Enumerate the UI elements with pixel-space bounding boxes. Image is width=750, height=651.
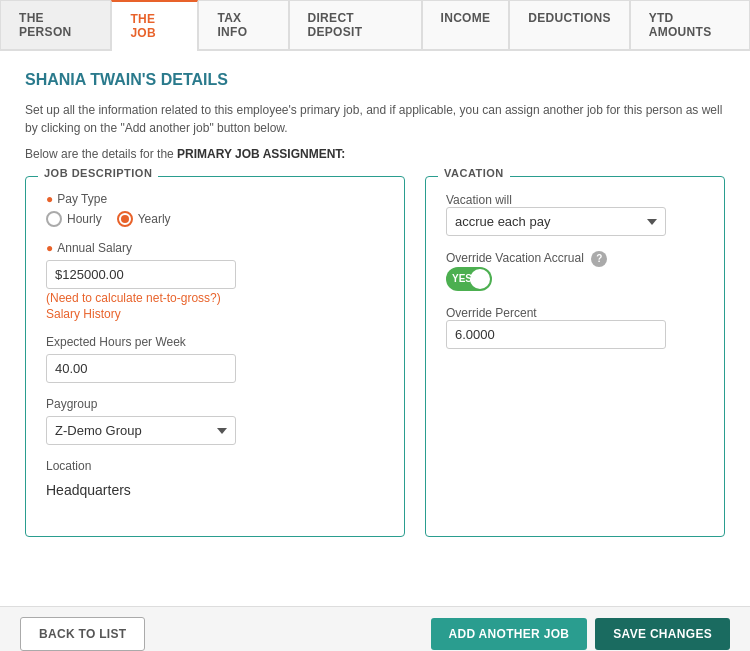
tab-bar: THE PERSON THE JOB TAX INFO DIRECT DEPOS… — [0, 0, 750, 51]
pay-type-label: ●Pay Type — [46, 192, 384, 206]
vacation-will-label: Vacation will — [446, 193, 512, 207]
vacation-panel: VACATION Vacation will accrue each pay n… — [425, 176, 725, 537]
override-percent-input[interactable] — [446, 320, 666, 349]
hours-per-week-input[interactable] — [46, 354, 236, 383]
override-percent-label: Override Percent — [446, 306, 537, 320]
back-to-list-button[interactable]: BACK TO LIST — [20, 617, 145, 651]
radio-hourly-circle[interactable] — [46, 211, 62, 227]
annual-salary-input[interactable] — [46, 260, 236, 289]
job-description-title: JOB DESCRIPTION — [38, 167, 158, 179]
location-label: Location — [46, 459, 384, 473]
help-icon[interactable]: ? — [591, 251, 607, 267]
footer: BACK TO LIST ADD ANOTHER JOB SAVE CHANGE… — [0, 606, 750, 651]
tab-ytd-amounts[interactable]: YTD AMOUNTS — [630, 0, 750, 49]
description-text: Set up all the information related to th… — [25, 101, 725, 137]
paygroup-group: Paygroup Z-Demo Group Default Group — [46, 397, 384, 445]
form-columns: JOB DESCRIPTION ●Pay Type Hourly Yearly — [25, 176, 725, 537]
footer-right-buttons: ADD ANOTHER JOB SAVE CHANGES — [431, 618, 730, 650]
vacation-panel-title: VACATION — [438, 167, 510, 179]
salary-history-link[interactable]: Salary History — [46, 307, 384, 321]
tab-the-job[interactable]: THE JOB — [111, 0, 198, 51]
radio-hourly[interactable]: Hourly — [46, 211, 102, 227]
net-to-gross-link[interactable]: (Need to calculate net-to-gross?) — [46, 291, 384, 305]
primary-job-label: Below are the details for the PRIMARY JO… — [25, 147, 725, 161]
annual-salary-group: ●Annual Salary (Need to calculate net-to… — [46, 241, 384, 321]
location-group: Location Headquarters — [46, 459, 384, 502]
tab-deductions[interactable]: DEDUCTIONS — [509, 0, 629, 49]
override-accrual-label: Override Vacation Accrual ? — [446, 251, 607, 265]
paygroup-select[interactable]: Z-Demo Group Default Group — [46, 416, 236, 445]
paygroup-label: Paygroup — [46, 397, 384, 411]
location-value: Headquarters — [46, 478, 384, 502]
hours-per-week-label: Expected Hours per Week — [46, 335, 384, 349]
vacation-will-group: Vacation will accrue each pay not accrue… — [446, 192, 704, 236]
hours-per-week-group: Expected Hours per Week — [46, 335, 384, 383]
job-description-panel: JOB DESCRIPTION ●Pay Type Hourly Yearly — [25, 176, 405, 537]
override-percent-group: Override Percent — [446, 305, 704, 349]
toggle-knob — [470, 269, 490, 289]
tab-tax-info[interactable]: TAX INFO — [198, 0, 288, 49]
tab-the-person[interactable]: THE PERSON — [0, 0, 111, 49]
toggle-yes-label: YES — [452, 273, 472, 284]
add-another-job-button[interactable]: ADD ANOTHER JOB — [431, 618, 588, 650]
pay-type-radio-group: Hourly Yearly — [46, 211, 384, 227]
page-title: SHANIA TWAIN'S DETAILS — [25, 71, 725, 89]
radio-yearly-circle[interactable] — [117, 211, 133, 227]
toggle-wrap: YES — [446, 267, 704, 291]
override-accrual-group: Override Vacation Accrual ? YES — [446, 250, 704, 291]
tab-direct-deposit[interactable]: DIRECT DEPOSIT — [289, 0, 422, 49]
save-changes-button[interactable]: SAVE CHANGES — [595, 618, 730, 650]
vacation-will-select[interactable]: accrue each pay not accrue use fixed amo… — [446, 207, 666, 236]
pay-type-group: ●Pay Type Hourly Yearly — [46, 192, 384, 227]
tab-income[interactable]: INCOME — [422, 0, 510, 49]
override-accrual-toggle[interactable]: YES — [446, 267, 492, 291]
main-content: SHANIA TWAIN'S DETAILS Set up all the in… — [0, 51, 750, 606]
radio-yearly[interactable]: Yearly — [117, 211, 171, 227]
annual-salary-label: ●Annual Salary — [46, 241, 384, 255]
